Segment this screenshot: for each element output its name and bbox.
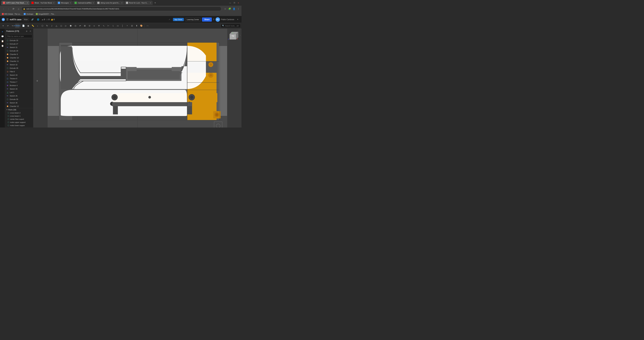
tab-close-viking[interactable]: ✕ [121,2,122,4]
scale-tool[interactable]: ⤡ [102,24,106,28]
more-tools-button[interactable]: ⋯ [145,24,150,28]
loft-tool[interactable]: △ [54,24,59,28]
feature-item-5[interactable]: ⬟ Chamfer 10 [5,56,33,60]
link-icon[interactable]: 🔗 [30,17,34,22]
bookmark-msi[interactable]: MSI Global - The Le... [1,13,22,15]
point-tool[interactable]: • [125,24,130,28]
part-item-3[interactable]: ⬡ mobo upper support [5,121,33,124]
help-button[interactable]: ? [213,18,214,21]
fit-button[interactable]: ⤢ [167,17,172,22]
revolve-tool[interactable]: ↻ [45,24,49,28]
shell-tool[interactable]: ◻ [59,24,63,28]
feature-item-8[interactable]: ⬡ Extrude 28 [5,66,33,70]
handle-3[interactable]: › [239,32,242,38]
feature-item-9[interactable]: ◷ Fillet 6 [5,70,33,73]
user-chevron[interactable]: ▼ [236,17,240,22]
versions-icon[interactable]: ⌚ [0,44,4,48]
tab-close-mainsail[interactable]: ✕ [92,2,94,4]
tab-bleak[interactable]: Bleak - YouTube Music ✕ [30,1,56,5]
back-button[interactable]: ‹ [1,7,6,11]
part-item-4[interactable]: ⬡ mobo lower suppor [5,124,33,127]
close-window-button[interactable]: ✕ [236,1,240,5]
user-name[interactable]: Pablo Cantoran [221,19,234,21]
feature-item-13[interactable]: ⊕ Boolean 4 [5,84,33,87]
tab-close-messages[interactable]: ✕ [70,2,71,4]
feature-item-16[interactable]: ✏ Sketch 35 [5,94,33,98]
user-avatar[interactable]: PC [216,17,220,22]
bookmark-onshape[interactable]: Onshape [23,13,34,15]
tab-messages[interactable]: Messages ✕ [56,1,73,5]
tab-close-matx[interactable]: ✕ [27,2,28,4]
extrude-tool[interactable]: ⬡ [40,24,44,28]
feature-item-10[interactable]: ✏ Sketch 33 [5,73,33,77]
split-tool[interactable]: ⊢ [106,24,110,28]
sweep-tool[interactable]: ⤸ [50,24,54,28]
orientation-cube[interactable]: X Y Z Top [227,32,238,43]
features-refresh-icon[interactable]: ⟳ [29,30,32,33]
chamfer-tool[interactable]: ⬟ [68,24,73,28]
branch-name[interactable]: Main [23,18,29,21]
share-button[interactable]: Share [202,18,212,22]
mate-tool[interactable]: ⊡ [130,24,134,28]
feature-item-15[interactable]: △ Loft 3 [5,91,33,94]
part-item-0[interactable]: ⬡ cross beam 2 [5,111,33,114]
axis-tool[interactable]: │ [120,24,125,28]
maximize-button[interactable]: ❐ [232,1,236,5]
forward-button[interactable]: › [6,7,11,11]
inspector-icon[interactable]: 💬 [0,34,4,38]
tab-mainsail[interactable]: mainsail.local/files ✕ [73,1,96,5]
mirror-tool[interactable]: ⇌ [78,24,82,28]
tab-viking[interactable]: viking runes for good fortune - G... ✕ [96,1,124,5]
feature-item-11[interactable]: ◻ Thicken 6 [5,77,33,80]
transform-tool[interactable]: ⤹ [111,24,115,28]
import-tool[interactable]: ⬆ [134,24,139,28]
address-bar[interactable]: 🔒 cad.onshape.com/documents/acf9624954f8… [22,7,222,11]
measure-button[interactable]: 📏 [31,24,35,28]
plane-tool[interactable]: ▭ [116,24,120,28]
part-item-2[interactable]: ⬡ center floor suport [5,118,33,121]
draft-tool[interactable]: ▷ [64,24,68,28]
render-button[interactable]: ◉ [26,24,30,28]
profile-button[interactable]: 👤 [232,7,236,11]
bookmark-star-button[interactable]: ☆ [223,7,227,11]
appearance-tool[interactable]: 🎨 [139,24,144,28]
pattern-tool[interactable]: ⊞ [82,24,87,28]
minimize-button[interactable]: — [228,1,232,5]
feature-item-6[interactable]: ⬟ Chamfer 11 [5,60,33,63]
tab-close-rune[interactable]: ✕ [150,2,151,4]
new-tab-button[interactable]: + [153,1,158,5]
feature-item-1[interactable]: ⬡ Extrude 27 [5,42,33,46]
new-studio-button[interactable]: 📄 [21,24,26,28]
sidebar-toggle-button[interactable]: ≡ [1,24,5,28]
boolean-button[interactable]: ⬦ [36,24,40,28]
feature-item-3[interactable]: ⬡ Extrude 29 [5,49,33,53]
features-tree-icon[interactable]: ⊞ [25,30,28,33]
viewport[interactable]: ≡ [33,29,242,127]
feature-item-18[interactable]: ✏ Sketch 36 [5,101,33,104]
part-item-5[interactable]: ⬡ anchor 2 [5,127,33,127]
extension-button[interactable]: 🧩 [228,7,232,11]
sketch-button[interactable]: ✏ Sketch [15,24,20,28]
filter-input[interactable] [6,35,32,38]
hole-tool[interactable]: ⊙ [87,24,92,28]
feature-item-2[interactable]: ✏ Sketch 31 [5,46,33,49]
home-button[interactable]: ⌂ [16,7,21,11]
properties-icon[interactable]: 📋 [0,39,4,43]
globe-icon[interactable]: 🌐 [36,17,40,22]
bookmark-ginga[interactable]: GingaDADDY :: The... [35,13,56,15]
fillet-tool[interactable]: ◷ [73,24,78,28]
tab-close-bleak[interactable]: ✕ [53,2,54,4]
reload-button[interactable]: ⟳ [11,7,16,11]
tab-matx[interactable]: mATX case | Part Studio 1 ✕ [1,1,30,5]
search-tools-box[interactable]: 🔍 [221,24,240,28]
parts-section-header[interactable]: ▼Parts (18) [5,108,33,111]
feature-item-7[interactable]: ✏ Sketch 32 [5,63,33,66]
app-store-button[interactable]: App Store [173,18,184,21]
more-options-button[interactable]: ⋮ [236,7,240,11]
feature-item-14[interactable]: ✏ Sketch 34 [5,87,33,91]
feature-item-12[interactable]: ◻ Thicken 7 [5,80,33,84]
tab-rune[interactable]: Rune for Luck - Your Guide For ... ✕ [124,1,153,5]
feature-item-4[interactable]: ⬟ Chamfer 9 [5,53,33,56]
move-tool[interactable]: ✛ [97,24,101,28]
learning-center-button[interactable]: Learning Center [185,18,201,21]
